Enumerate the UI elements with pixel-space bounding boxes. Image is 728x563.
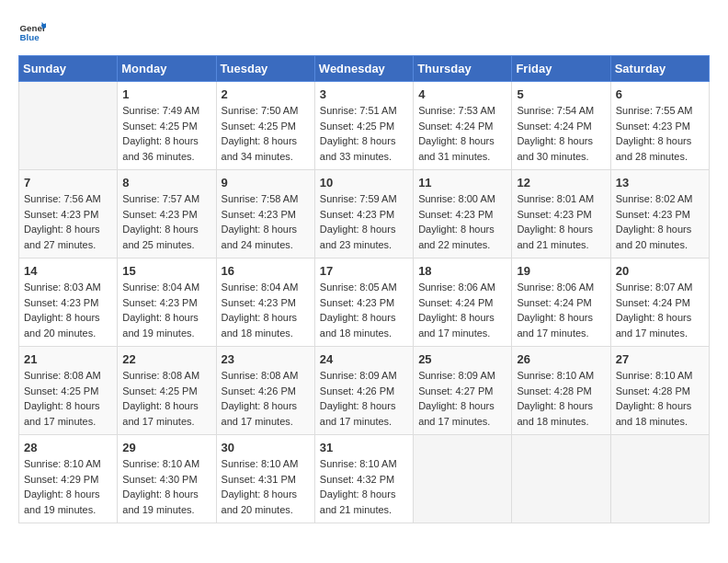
calendar-cell: 25Sunrise: 8:09 AMSunset: 4:27 PMDayligh… xyxy=(414,347,512,435)
calendar-cell: 30Sunrise: 8:10 AMSunset: 4:31 PMDayligh… xyxy=(216,435,314,523)
day-number: 12 xyxy=(517,176,605,190)
day-info: Sunrise: 8:09 AMSunset: 4:27 PMDaylight:… xyxy=(418,368,506,429)
day-number: 5 xyxy=(517,87,605,101)
page-header: General Blue xyxy=(18,18,710,46)
calendar-week-5: 28Sunrise: 8:10 AMSunset: 4:29 PMDayligh… xyxy=(19,435,710,523)
calendar-cell: 4Sunrise: 7:53 AMSunset: 4:24 PMDaylight… xyxy=(414,82,512,170)
column-header-tuesday: Tuesday xyxy=(216,56,314,82)
day-number: 8 xyxy=(122,176,210,190)
calendar-cell: 28Sunrise: 8:10 AMSunset: 4:29 PMDayligh… xyxy=(19,435,118,523)
day-info: Sunrise: 8:10 AMSunset: 4:28 PMDaylight:… xyxy=(517,368,605,429)
calendar-cell xyxy=(512,435,610,523)
day-info: Sunrise: 7:54 AMSunset: 4:24 PMDaylight:… xyxy=(517,103,605,164)
day-info: Sunrise: 8:10 AMSunset: 4:31 PMDaylight:… xyxy=(222,456,310,517)
day-number: 4 xyxy=(418,87,506,101)
day-info: Sunrise: 8:08 AMSunset: 4:25 PMDaylight:… xyxy=(122,368,210,429)
day-info: Sunrise: 8:10 AMSunset: 4:29 PMDaylight:… xyxy=(24,456,112,517)
day-number: 30 xyxy=(222,441,310,454)
calendar-cell: 6Sunrise: 7:55 AMSunset: 4:23 PMDaylight… xyxy=(610,82,709,170)
day-info: Sunrise: 8:00 AMSunset: 4:23 PMDaylight:… xyxy=(418,191,506,252)
column-header-wednesday: Wednesday xyxy=(314,56,413,82)
day-number: 27 xyxy=(616,352,704,366)
day-info: Sunrise: 8:08 AMSunset: 4:26 PMDaylight:… xyxy=(222,368,310,429)
calendar-cell: 18Sunrise: 8:06 AMSunset: 4:24 PMDayligh… xyxy=(414,259,512,347)
calendar-cell: 26Sunrise: 8:10 AMSunset: 4:28 PMDayligh… xyxy=(512,347,610,435)
day-number: 6 xyxy=(616,87,704,101)
day-number: 19 xyxy=(517,264,605,278)
calendar-cell: 22Sunrise: 8:08 AMSunset: 4:25 PMDayligh… xyxy=(118,347,216,435)
day-number: 7 xyxy=(24,176,112,190)
day-number: 11 xyxy=(418,176,506,190)
calendar-cell xyxy=(414,435,512,523)
day-number: 10 xyxy=(320,176,408,190)
day-number: 22 xyxy=(122,352,210,366)
calendar-cell: 14Sunrise: 8:03 AMSunset: 4:23 PMDayligh… xyxy=(19,259,118,347)
day-info: Sunrise: 7:49 AMSunset: 4:25 PMDaylight:… xyxy=(122,103,210,164)
day-info: Sunrise: 8:06 AMSunset: 4:24 PMDaylight:… xyxy=(418,280,506,340)
calendar-cell: 8Sunrise: 7:57 AMSunset: 4:23 PMDaylight… xyxy=(118,170,216,259)
day-info: Sunrise: 8:04 AMSunset: 4:23 PMDaylight:… xyxy=(222,280,310,340)
day-info: Sunrise: 7:51 AMSunset: 4:25 PMDaylight:… xyxy=(320,103,408,164)
day-number: 25 xyxy=(418,352,506,366)
day-number: 2 xyxy=(222,87,310,101)
day-info: Sunrise: 7:55 AMSunset: 4:23 PMDaylight:… xyxy=(616,103,704,164)
column-header-friday: Friday xyxy=(512,56,610,82)
day-number: 15 xyxy=(122,264,210,278)
svg-text:Blue: Blue xyxy=(20,32,40,42)
day-info: Sunrise: 8:05 AMSunset: 4:23 PMDaylight:… xyxy=(320,280,408,340)
calendar-header-row: SundayMondayTuesdayWednesdayThursdayFrid… xyxy=(19,56,710,82)
column-header-sunday: Sunday xyxy=(19,56,118,82)
day-info: Sunrise: 8:01 AMSunset: 4:23 PMDaylight:… xyxy=(517,191,605,252)
day-info: Sunrise: 8:08 AMSunset: 4:25 PMDaylight:… xyxy=(24,368,112,429)
day-info: Sunrise: 8:10 AMSunset: 4:32 PMDaylight:… xyxy=(320,456,408,517)
column-header-thursday: Thursday xyxy=(414,56,512,82)
day-number: 20 xyxy=(616,264,704,278)
calendar-cell: 17Sunrise: 8:05 AMSunset: 4:23 PMDayligh… xyxy=(314,259,413,347)
calendar-cell: 9Sunrise: 7:58 AMSunset: 4:23 PMDaylight… xyxy=(216,170,314,259)
calendar-cell: 20Sunrise: 8:07 AMSunset: 4:24 PMDayligh… xyxy=(610,259,709,347)
day-info: Sunrise: 8:04 AMSunset: 4:23 PMDaylight:… xyxy=(122,280,210,340)
calendar-cell: 3Sunrise: 7:51 AMSunset: 4:25 PMDaylight… xyxy=(314,82,413,170)
column-header-saturday: Saturday xyxy=(610,56,709,82)
day-number: 3 xyxy=(320,87,408,101)
day-number: 1 xyxy=(122,87,210,101)
calendar-week-4: 21Sunrise: 8:08 AMSunset: 4:25 PMDayligh… xyxy=(19,347,710,435)
day-info: Sunrise: 8:07 AMSunset: 4:24 PMDaylight:… xyxy=(616,280,704,340)
day-number: 24 xyxy=(320,352,408,366)
day-info: Sunrise: 7:50 AMSunset: 4:25 PMDaylight:… xyxy=(222,103,310,164)
day-info: Sunrise: 8:09 AMSunset: 4:26 PMDaylight:… xyxy=(320,368,408,429)
day-number: 29 xyxy=(122,441,210,454)
calendar-week-3: 14Sunrise: 8:03 AMSunset: 4:23 PMDayligh… xyxy=(19,259,710,347)
calendar-cell: 12Sunrise: 8:01 AMSunset: 4:23 PMDayligh… xyxy=(512,170,610,259)
day-info: Sunrise: 7:56 AMSunset: 4:23 PMDaylight:… xyxy=(24,191,112,252)
day-number: 26 xyxy=(517,352,605,366)
calendar-cell: 11Sunrise: 8:00 AMSunset: 4:23 PMDayligh… xyxy=(414,170,512,259)
day-info: Sunrise: 8:03 AMSunset: 4:23 PMDaylight:… xyxy=(24,280,112,340)
day-number: 9 xyxy=(222,176,310,190)
calendar-week-1: 1Sunrise: 7:49 AMSunset: 4:25 PMDaylight… xyxy=(19,82,710,170)
calendar-cell: 7Sunrise: 7:56 AMSunset: 4:23 PMDaylight… xyxy=(19,170,118,259)
column-header-monday: Monday xyxy=(118,56,216,82)
day-number: 28 xyxy=(24,441,112,454)
calendar-cell: 10Sunrise: 7:59 AMSunset: 4:23 PMDayligh… xyxy=(314,170,413,259)
day-number: 31 xyxy=(320,441,408,454)
calendar-cell: 5Sunrise: 7:54 AMSunset: 4:24 PMDaylight… xyxy=(512,82,610,170)
day-number: 16 xyxy=(222,264,310,278)
day-number: 18 xyxy=(418,264,506,278)
calendar-table: SundayMondayTuesdayWednesdayThursdayFrid… xyxy=(18,55,710,523)
calendar-cell: 19Sunrise: 8:06 AMSunset: 4:24 PMDayligh… xyxy=(512,259,610,347)
calendar-cell xyxy=(19,82,118,170)
logo: General Blue xyxy=(18,18,50,46)
calendar-cell: 27Sunrise: 8:10 AMSunset: 4:28 PMDayligh… xyxy=(610,347,709,435)
day-info: Sunrise: 7:53 AMSunset: 4:24 PMDaylight:… xyxy=(418,103,506,164)
calendar-cell: 1Sunrise: 7:49 AMSunset: 4:25 PMDaylight… xyxy=(118,82,216,170)
calendar-cell: 13Sunrise: 8:02 AMSunset: 4:23 PMDayligh… xyxy=(610,170,709,259)
day-info: Sunrise: 8:10 AMSunset: 4:30 PMDaylight:… xyxy=(122,456,210,517)
calendar-cell: 2Sunrise: 7:50 AMSunset: 4:25 PMDaylight… xyxy=(216,82,314,170)
day-number: 13 xyxy=(616,176,704,190)
calendar-cell: 24Sunrise: 8:09 AMSunset: 4:26 PMDayligh… xyxy=(314,347,413,435)
calendar-cell xyxy=(610,435,709,523)
calendar-cell: 23Sunrise: 8:08 AMSunset: 4:26 PMDayligh… xyxy=(216,347,314,435)
day-info: Sunrise: 7:59 AMSunset: 4:23 PMDaylight:… xyxy=(320,191,408,252)
day-info: Sunrise: 7:58 AMSunset: 4:23 PMDaylight:… xyxy=(222,191,310,252)
